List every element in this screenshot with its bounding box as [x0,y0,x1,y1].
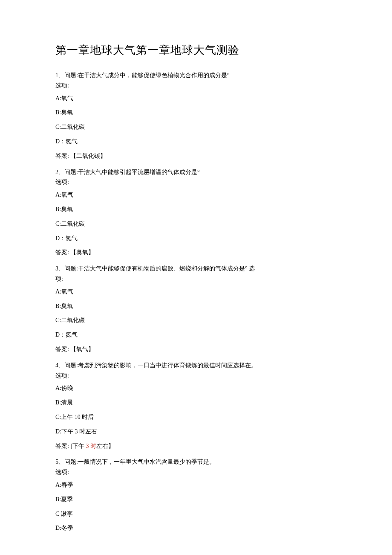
answer-line: 答案: [下午 3 时左右】 [55,441,337,451]
option-value: 臭氧 [61,109,73,116]
option-value: 傍晚 [61,385,73,391]
option-c: C:二氧化碳 [55,122,337,132]
answer-prefix: 答案: [下午 [55,443,84,449]
option-key: D： [55,138,66,145]
option-a: A:傍晚 [55,383,337,393]
question-line: 5、问题:一般情况下，一年里大气中水汽含量最少的季节是。 [55,457,337,467]
option-key: A: [55,288,61,295]
question-number: 4、 [55,362,64,369]
option-c: C 湫李 [55,509,337,519]
option-key: C [55,511,61,517]
option-a: A:春季 [55,480,337,490]
answer-prefix: 答案: [55,346,69,352]
option-value: 臭氧 [61,303,73,309]
option-value: 氮气 [66,331,78,338]
question-number: 2、 [55,169,64,175]
option-a: A:氧气 [55,190,337,200]
option-b: B:清晨 [55,398,337,408]
option-value: 臭氧 [61,206,73,212]
option-d: D：氮气 [55,330,337,340]
option-key: B: [55,399,61,406]
option-key: B: [55,109,61,116]
question-text: 一般情况下，一年里大气中水汽含量最少的季节是。 [78,459,215,465]
option-value: 上午 10 时后 [61,414,94,420]
answer-line: 答案: 【臭氧】 [55,247,337,258]
answer-prefix: 答案: [55,153,69,159]
option-b: B:臭氧 [55,108,337,118]
question-text: 干洁大气中能够引起平流层增温的气体成分是° [78,169,200,175]
option-d: D:下午 3 时左右 [55,427,337,437]
option-d: D:冬季 [55,523,337,533]
option-d: D：氮气 [55,137,337,147]
option-key: D: [55,428,61,435]
document-page: 第一章地球大气第一章地球大气测验 1、问题:在干洁大气成分中，能够促使绿色植物光… [0,0,392,555]
options-label: 项: [55,274,337,284]
option-key: B: [55,206,61,212]
question-block: 2、问题:干洁大气中能够引起平流层增温的气体成分是° 选项: A:氧气 B:臭氧… [55,167,337,258]
option-key: B: [55,496,61,503]
question-label: 问题: [64,169,78,175]
options-label: 选项: [55,467,337,477]
question-number: 3、 [55,265,64,272]
option-key: A: [55,192,61,198]
option-value: 下午 3 时左右 [61,428,97,435]
question-block: 1、问题:在干洁大气成分中，能够促使绿色植物光合作用的成分是° 选项: A:氧气… [55,70,337,161]
question-block: 3、问题:干洁大气中能够促使有机物质的腐败、燃烧和分解的气体成分是° 选 项: … [55,264,337,355]
question-text: 在干洁大气成分中，能够促使绿色植物光合作用的成分是° [78,72,230,78]
question-text: 考虑到污染物的影响，一日当中进行体育锻炼的最佳时间应选择在。 [78,362,257,369]
option-a: A:氧气 [55,287,337,297]
option-value: 氧气 [61,192,73,198]
answer-value: 【氧气】 [70,346,94,352]
answer-value: 【二氧化碳】 [70,153,106,159]
option-key: D： [55,235,66,241]
question-block: 5、问题:一般情况下，一年里大气中水汽含量最少的季节是。 选项: A:春季 B:… [55,457,337,533]
answer-prefix: 答案: [55,249,69,256]
option-c: C:二氧化碳 [55,315,337,325]
option-value: 氧气 [61,288,73,295]
page-title: 第一章地球大气第一章地球大气测验 [55,43,337,58]
answer-line: 答案: 【氧气】 [55,344,337,355]
question-block: 4、问题:考虑到污染物的影响，一日当中进行体育锻炼的最佳时间应选择在。 选项: … [55,360,337,451]
option-key: D： [55,331,66,338]
option-key: D: [55,525,61,531]
option-b: B:臭氧 [55,204,337,215]
question-line: 3、问题:干洁大气中能够促使有机物质的腐败、燃烧和分解的气体成分是° 选 [55,264,337,274]
option-key: A: [55,385,61,391]
question-line: 2、问题:干洁大气中能够引起平流层增温的气体成分是° [55,167,337,177]
options-label: 选项: [55,371,337,381]
options-label: 选项: [55,81,337,91]
option-key: C: [55,124,61,130]
question-line: 1、问题:在干洁大气成分中，能够促使绿色植物光合作用的成分是° [55,70,337,81]
option-value: 湫李 [61,511,73,517]
answer-highlight: 3 时 [84,443,96,449]
options-label: 选项: [55,177,337,187]
option-a: A:氧气 [55,93,337,104]
option-value: 春季 [61,482,73,488]
option-value: 氮气 [66,235,78,241]
question-number: 1、 [55,72,64,78]
option-b: B:夏季 [55,494,337,505]
option-value: 清晨 [61,399,73,406]
option-value: 氮气 [66,138,78,145]
answer-value: 【臭氧】 [70,249,94,256]
question-label: 问题: [64,72,78,78]
question-label: 问题: [64,362,78,369]
option-value: 二氧化碳 [61,317,85,323]
option-b: B:臭氧 [55,301,337,311]
option-c: C:上午 10 时后 [55,412,337,422]
option-c: C:二氧化碳 [55,219,337,229]
answer-line: 答案: 【二氧化碳】 [55,151,337,161]
question-label: 问题: [64,459,78,465]
option-key: C: [55,414,61,420]
option-key: B: [55,303,61,309]
option-value: 二氧化碳 [61,221,85,227]
option-key: C: [55,317,61,323]
question-line: 4、问题:考虑到污染物的影响，一日当中进行体育锻炼的最佳时间应选择在。 [55,360,337,371]
option-value: 氧气 [61,95,73,102]
question-text: 干洁大气中能够促使有机物质的腐败、燃烧和分解的气体成分是° 选 [78,265,255,272]
question-number: 5、 [55,459,64,465]
option-key: A: [55,482,61,488]
answer-suffix: 左右】 [96,443,114,449]
option-value: 二氧化碳 [61,124,85,130]
option-key: A: [55,95,61,102]
